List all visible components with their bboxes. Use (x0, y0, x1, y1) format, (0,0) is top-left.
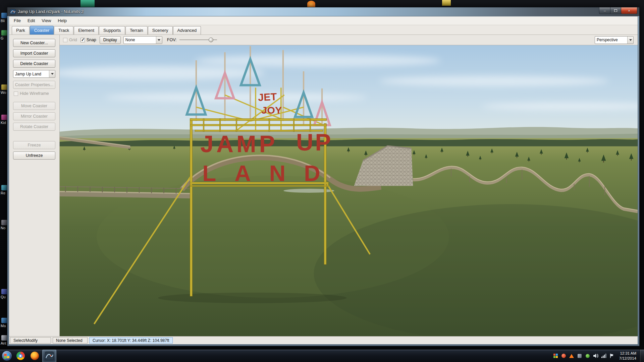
tab-coaster[interactable]: Coaster (30, 26, 54, 35)
status-cursor-coords: Cursor: X: 18.701ft Y: 34.449ft Z: 104.9… (89, 337, 173, 344)
hide-wireframe-label: Hide Wireframe (20, 91, 49, 96)
taskbar-firefox-button[interactable] (28, 350, 42, 362)
tab-advanced[interactable]: Advanced (173, 26, 201, 35)
delete-coaster-button[interactable]: Delete Coaster (13, 60, 55, 68)
background-window-fragment (442, 0, 451, 6)
desktop-icon-image (1, 318, 7, 323)
desktop-icon-image (1, 13, 7, 18)
tab-scenery[interactable]: Scenery (148, 26, 173, 35)
terrain (60, 138, 638, 336)
snap-label: Snap (87, 38, 96, 42)
snap-checkbox[interactable] (80, 38, 85, 42)
taskbar-chrome-button[interactable] (13, 350, 28, 362)
viewport-toolbar: Grid Snap Display None FOV: (60, 35, 638, 45)
app-window: Jamp Up Land.nl2park - NoLimits 2 – × Fi… (7, 7, 640, 346)
menu-view[interactable]: View (38, 17, 54, 24)
window-title: Jamp Up Land.nl2park - NoLimits 2 (18, 9, 84, 14)
freeze-button[interactable]: Freeze (13, 141, 55, 149)
viewport-scene: JET JOY JAMP UP LAND (60, 45, 638, 336)
desktop-icon-image (1, 84, 7, 90)
background-window-fragment (80, 0, 95, 7)
status-selection: None Selected (53, 337, 88, 344)
menu-file[interactable]: File (10, 17, 24, 24)
menu-bar: File Edit View Help (9, 16, 638, 25)
hide-wireframe-row[interactable]: Hide Wireframe (14, 91, 55, 96)
desktop-icon-image (1, 30, 7, 36)
3d-viewport[interactable]: JET JOY JAMP UP LAND (60, 45, 638, 336)
coaster-properties-button[interactable]: Coaster Properties... (13, 81, 55, 89)
grid-toggle-row[interactable]: Grid (63, 38, 77, 42)
mirror-coaster-button[interactable]: Mirror Coaster (13, 112, 55, 120)
desktop-icon-image (1, 115, 7, 120)
display-mode-select[interactable]: None (123, 36, 162, 44)
desktop: Bli G Wo Kid Re No Qu Ma Ant Jamp Up Lan… (0, 0, 644, 362)
close-icon: × (628, 9, 630, 13)
app-icon (10, 9, 16, 14)
fov-label: FOV: (167, 38, 177, 42)
chevron-down-icon (627, 37, 633, 44)
tab-park[interactable]: Park (12, 26, 30, 35)
desktop-icon-image (1, 220, 7, 225)
svg-text:JAMP: JAMP (200, 131, 278, 157)
status-bar: Select/Modify None Selected Cursor: X: 1… (9, 336, 638, 344)
close-button[interactable]: × (621, 7, 637, 14)
tray-app-icon[interactable] (577, 353, 583, 359)
menu-edit[interactable]: Edit (24, 17, 38, 24)
view-mode-value: Perspective (595, 38, 627, 42)
action-center-flag-icon[interactable] (609, 353, 615, 359)
svg-text:JOY: JOY (261, 104, 282, 116)
clock-time: 12:31 AM (619, 351, 636, 356)
chevron-down-icon (49, 70, 55, 77)
maximize-icon (614, 9, 617, 12)
grid-label: Grid (69, 38, 77, 42)
menu-help[interactable]: Help (54, 17, 70, 24)
coaster-select[interactable]: Jamp Up Land (13, 70, 55, 78)
desktop-icon-image (1, 335, 7, 341)
svg-text:UP: UP (296, 129, 332, 156)
clock-date: 7/12/2014 (619, 356, 636, 361)
desktop-icon-image (1, 185, 7, 190)
tab-element[interactable]: Element (74, 26, 99, 35)
tab-track[interactable]: Track (54, 26, 73, 35)
svg-text:LAND: LAND (202, 161, 339, 186)
status-mode: Select/Modify (10, 337, 51, 344)
grid-checkbox[interactable] (63, 38, 67, 42)
maximize-button[interactable] (610, 7, 621, 14)
window-titlebar[interactable]: Jamp Up Land.nl2park - NoLimits 2 – × (7, 7, 639, 16)
view-mode-select[interactable]: Perspective (595, 36, 634, 44)
taskbar-nolimits-button[interactable] (42, 350, 56, 362)
tray-update-icon[interactable] (585, 353, 591, 359)
tray-vlc-icon[interactable] (569, 353, 575, 359)
system-tray: 12:31 AM 7/12/2014 (553, 350, 644, 362)
new-coaster-button[interactable]: New Coaster... (13, 39, 55, 47)
svg-text:JET: JET (258, 91, 277, 103)
windows-logo-icon (2, 351, 12, 361)
background-window-fragment (307, 1, 315, 7)
tray-security-icon[interactable] (561, 353, 567, 359)
start-button[interactable] (0, 350, 13, 362)
taskbar-clock[interactable]: 12:31 AM 7/12/2014 (619, 351, 636, 361)
show-desktop-button[interactable] (640, 350, 644, 362)
network-icon[interactable] (601, 353, 607, 359)
tray-windows-update-icon[interactable] (553, 353, 558, 359)
chrome-icon (16, 352, 25, 360)
import-coaster-button[interactable]: Import Coaster (13, 49, 55, 57)
gate-shadow (158, 293, 346, 303)
tab-terrain[interactable]: Terrain (125, 26, 148, 35)
move-coaster-button[interactable]: Move Coaster (13, 102, 55, 110)
taskbar: 12:31 AM 7/12/2014 (0, 349, 644, 362)
hide-wireframe-checkbox[interactable] (14, 92, 18, 96)
firefox-icon (31, 352, 39, 360)
display-button[interactable]: Display (100, 36, 121, 44)
rotate-coaster-button[interactable]: Rotate Coaster (13, 123, 55, 131)
fov-slider-thumb[interactable] (209, 38, 213, 42)
unfreeze-button[interactable]: Unfreeze (13, 152, 55, 160)
fov-slider[interactable] (179, 37, 217, 43)
coaster-panel: New Coaster... Import Coaster Delete Coa… (9, 35, 60, 336)
tab-supports[interactable]: Supports (99, 26, 125, 35)
minimize-button[interactable]: – (599, 7, 610, 14)
water-streak (283, 189, 334, 193)
snap-toggle-row[interactable]: Snap (80, 38, 96, 42)
chevron-down-icon (156, 37, 162, 44)
volume-icon[interactable] (593, 353, 599, 359)
